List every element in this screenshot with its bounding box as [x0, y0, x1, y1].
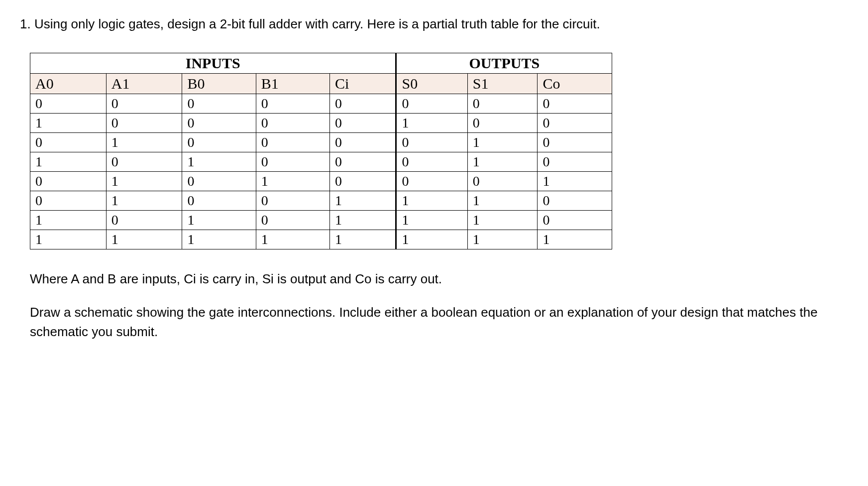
footer-line-2: Draw a schematic showing the gate interc… — [30, 303, 848, 342]
cell: 0 — [256, 94, 329, 114]
group-header-row: INPUTS OUTPUTS — [30, 53, 612, 74]
cell: 0 — [30, 94, 107, 114]
cell: 0 — [182, 133, 256, 152]
col-header: S1 — [467, 74, 538, 94]
cell: 1 — [467, 211, 538, 230]
cell: 0 — [30, 133, 107, 152]
cell: 0 — [182, 114, 256, 133]
cell: 0 — [330, 133, 396, 152]
table-row: 0 0 0 0 0 0 0 0 — [30, 94, 612, 114]
cell: 1 — [330, 211, 396, 230]
col-header: A1 — [106, 74, 182, 94]
cell: 0 — [396, 94, 467, 114]
table-row: 1 0 1 0 0 0 1 0 — [30, 152, 612, 172]
cell: 0 — [538, 211, 612, 230]
table-row: 0 1 0 0 0 0 1 0 — [30, 133, 612, 152]
cell: 1 — [538, 172, 612, 191]
truth-table: INPUTS OUTPUTS A0 A1 B0 B1 Ci S0 S1 Co 0… — [30, 53, 612, 249]
cell: 0 — [106, 94, 182, 114]
cell: 1 — [106, 172, 182, 191]
cell: 0 — [256, 191, 329, 211]
cell: 0 — [330, 114, 396, 133]
cell: 0 — [330, 172, 396, 191]
cell: 0 — [538, 191, 612, 211]
cell: 1 — [396, 230, 467, 249]
col-header: S0 — [396, 74, 467, 94]
cell: 1 — [467, 152, 538, 172]
cell: 0 — [538, 114, 612, 133]
outputs-header: OUTPUTS — [396, 53, 612, 74]
cell: 1 — [396, 191, 467, 211]
cell: 1 — [396, 211, 467, 230]
cell: 0 — [106, 152, 182, 172]
question-text: 1. Using only logic gates, design a 2-bi… — [20, 15, 848, 33]
cell: 0 — [538, 133, 612, 152]
col-header: B1 — [256, 74, 329, 94]
cell: 1 — [467, 133, 538, 152]
col-header: A0 — [30, 74, 107, 94]
cell: 1 — [30, 211, 107, 230]
table-row: 0 1 0 0 1 1 1 0 — [30, 191, 612, 211]
cell: 1 — [256, 172, 329, 191]
cell: 1 — [106, 230, 182, 249]
cell: 0 — [256, 211, 329, 230]
table-row: 0 1 0 1 0 0 0 1 — [30, 172, 612, 191]
cell: 1 — [467, 230, 538, 249]
cell: 0 — [30, 191, 107, 211]
cell: 0 — [256, 152, 329, 172]
footer-text-block: Where A and B are inputs, Ci is carry in… — [20, 269, 848, 342]
cell: 0 — [396, 152, 467, 172]
cell: 0 — [467, 94, 538, 114]
cell: 0 — [396, 133, 467, 152]
cell: 0 — [330, 94, 396, 114]
cell: 1 — [330, 191, 396, 211]
col-header: Ci — [330, 74, 396, 94]
truth-table-container: INPUTS OUTPUTS A0 A1 B0 B1 Ci S0 S1 Co 0… — [20, 53, 848, 249]
cell: 0 — [467, 172, 538, 191]
cell: 0 — [256, 114, 329, 133]
cell: 0 — [182, 94, 256, 114]
cell: 0 — [182, 191, 256, 211]
footer-line-1: Where A and B are inputs, Ci is carry in… — [30, 269, 848, 289]
cell: 1 — [30, 114, 107, 133]
cell: 1 — [30, 230, 107, 249]
cell: 1 — [396, 114, 467, 133]
inputs-header: INPUTS — [30, 53, 396, 74]
cell: 0 — [330, 152, 396, 172]
table-row: 1 0 0 0 0 1 0 0 — [30, 114, 612, 133]
cell: 1 — [106, 191, 182, 211]
cell: 0 — [182, 172, 256, 191]
col-header: B0 — [182, 74, 256, 94]
column-header-row: A0 A1 B0 B1 Ci S0 S1 Co — [30, 74, 612, 94]
cell: 1 — [538, 230, 612, 249]
cell: 0 — [106, 211, 182, 230]
table-row: 1 1 1 1 1 1 1 1 — [30, 230, 612, 249]
cell: 0 — [106, 114, 182, 133]
cell: 1 — [106, 133, 182, 152]
cell: 1 — [182, 152, 256, 172]
cell: 0 — [396, 172, 467, 191]
cell: 0 — [538, 152, 612, 172]
cell: 1 — [467, 191, 538, 211]
cell: 0 — [467, 114, 538, 133]
cell: 0 — [256, 133, 329, 152]
cell: 1 — [256, 230, 329, 249]
table-row: 1 0 1 0 1 1 1 0 — [30, 211, 612, 230]
cell: 1 — [330, 230, 396, 249]
cell: 1 — [182, 230, 256, 249]
cell: 0 — [30, 172, 107, 191]
cell: 1 — [182, 211, 256, 230]
cell: 1 — [30, 152, 107, 172]
col-header: Co — [538, 74, 612, 94]
cell: 0 — [538, 94, 612, 114]
